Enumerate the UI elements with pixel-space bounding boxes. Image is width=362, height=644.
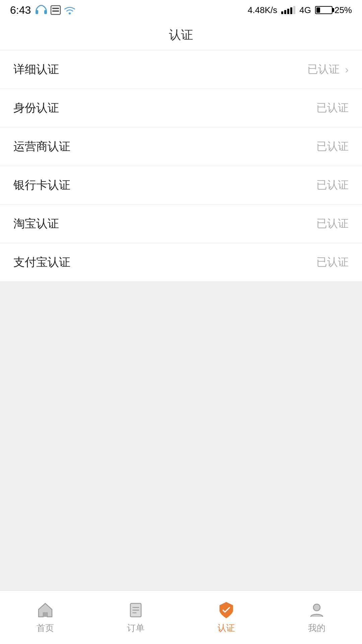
list-item-right-bankcard: 已认证: [316, 178, 349, 193]
status-icons: [35, 5, 76, 15]
battery-fill: [316, 7, 320, 13]
list-item-right-detailed: 已认证 ›: [307, 62, 349, 77]
headphone-icon: [35, 5, 48, 15]
nav-item-home[interactable]: 首页: [0, 601, 90, 634]
nav-item-auth[interactable]: 认证: [181, 601, 272, 634]
list-item-label-carrier: 运营商认证: [13, 139, 70, 154]
battery-percent: 25%: [335, 5, 352, 15]
page-header: 认证: [0, 20, 362, 50]
signal-bar-2: [284, 10, 286, 14]
status-right: 4.48K/s 4G 25%: [248, 5, 352, 15]
signal-bar-3: [287, 9, 289, 14]
list-item-status-taobao: 已认证: [316, 216, 349, 231]
page-title: 认证: [169, 27, 193, 43]
gray-area: [0, 282, 362, 621]
svg-rect-4: [52, 10, 59, 12]
list-item-right-alipay: 已认证: [316, 255, 349, 270]
svg-rect-6: [43, 613, 47, 617]
chevron-right-icon: ›: [345, 63, 349, 76]
status-left: 6:43: [10, 4, 76, 16]
nav-label-auth: 认证: [218, 622, 235, 634]
list-item-status-carrier: 已认证: [316, 139, 349, 154]
status-bar: 6:43 4.48K/s: [0, 0, 362, 20]
list-item-label-identity: 身份认证: [13, 100, 59, 116]
network-speed: 4.48K/s: [248, 5, 277, 15]
signal-bar-5: [293, 6, 295, 14]
nav-label-home: 首页: [37, 622, 54, 634]
svg-rect-0: [36, 10, 38, 14]
list-item-right-taobao: 已认证: [316, 216, 349, 231]
svg-rect-3: [52, 8, 59, 9]
svg-rect-1: [44, 10, 47, 14]
list-item-status-bankcard: 已认证: [316, 178, 349, 193]
list-item-status-alipay: 已认证: [316, 255, 349, 270]
nav-item-mine[interactable]: 我的: [272, 601, 362, 634]
list-item-alipay[interactable]: 支付宝认证 已认证: [0, 243, 362, 282]
battery-icon: [315, 6, 333, 14]
list-item-carrier[interactable]: 运营商认证 已认证: [0, 127, 362, 166]
order-icon: [126, 601, 145, 620]
nav-label-order: 订单: [127, 622, 144, 634]
list-item-right-identity: 已认证: [316, 101, 349, 115]
status-time: 6:43: [10, 4, 31, 16]
list-item-label-bankcard: 银行卡认证: [13, 177, 70, 193]
list-item-taobao[interactable]: 淘宝认证 已认证: [0, 205, 362, 243]
signal-bar-4: [290, 7, 292, 14]
list-item-bankcard[interactable]: 银行卡认证 已认证: [0, 166, 362, 205]
bottom-nav: 首页 订单 认证 我的: [0, 590, 362, 644]
list-item-status-detailed: 已认证: [307, 62, 340, 77]
list-item-status-identity: 已认证: [316, 101, 349, 115]
nav-label-mine: 我的: [308, 622, 325, 634]
battery: 25%: [315, 5, 352, 15]
mine-icon: [307, 601, 326, 620]
svg-point-5: [69, 12, 71, 14]
list-container: 详细认证 已认证 › 身份认证 已认证 运营商认证 已认证 银行卡认证 已认证: [0, 50, 362, 282]
signal-bar-1: [281, 11, 283, 14]
home-icon: [36, 601, 55, 620]
list-item-label-taobao: 淘宝认证: [13, 216, 59, 231]
network-type: 4G: [299, 5, 311, 15]
svg-rect-2: [51, 6, 60, 14]
list-item-right-carrier: 已认证: [316, 139, 349, 154]
sim-icon: [50, 5, 61, 15]
list-item-label-alipay: 支付宝认证: [13, 255, 70, 270]
list-item-identity[interactable]: 身份认证 已认证: [0, 89, 362, 127]
svg-point-11: [313, 604, 320, 611]
wifi-icon: [64, 5, 76, 15]
signal-bars: [281, 6, 295, 14]
auth-shield-icon: [217, 601, 236, 620]
list-item-detailed[interactable]: 详细认证 已认证 ›: [0, 50, 362, 89]
list-item-label-detailed: 详细认证: [13, 62, 59, 77]
content-area: 详细认证 已认证 › 身份认证 已认证 运营商认证 已认证 银行卡认证 已认证: [0, 50, 362, 621]
nav-item-order[interactable]: 订单: [90, 601, 181, 634]
